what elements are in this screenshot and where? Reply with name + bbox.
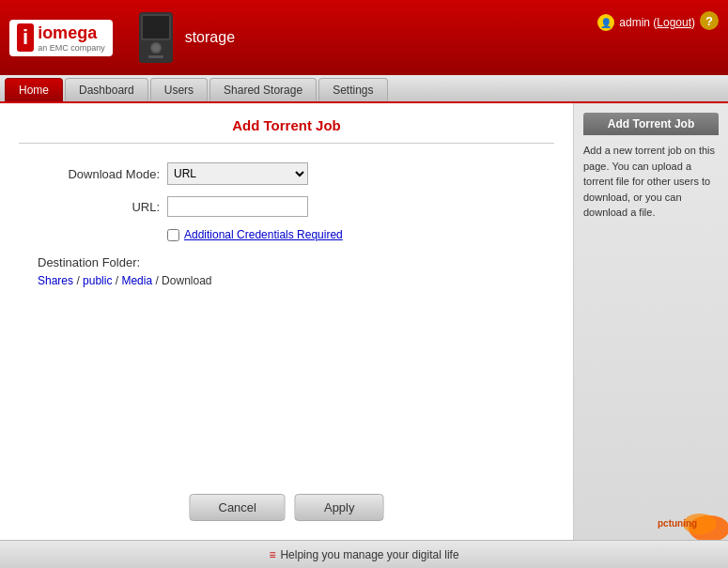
breadcrumb-shares[interactable]: Shares (38, 274, 73, 287)
logo-area: i iomega an EMC company (9, 20, 113, 56)
button-area: Cancel Apply (190, 494, 384, 521)
device-image (132, 10, 180, 65)
breadcrumb: Shares / public / Media / Download (38, 274, 554, 287)
cancel-button[interactable]: Cancel (190, 494, 286, 521)
help-panel-text: Add a new torrent job on this page. You … (583, 143, 719, 221)
breadcrumb-public[interactable]: public (83, 274, 112, 287)
watermark: pctuning (648, 500, 728, 540)
header: i iomega an EMC company storage 👤 admin … (0, 0, 728, 75)
logo-brand: iomega (38, 23, 97, 42)
nav-bar: Home Dashboard Users Shared Storage Sett… (0, 75, 728, 103)
user-text: admin (Logout) (619, 16, 695, 29)
right-panel: Add Torrent Job Add a new torrent job on… (573, 103, 728, 540)
user-area: 👤 admin (Logout) (597, 14, 695, 31)
page-title: Add Torrent Job (19, 117, 554, 133)
main-content: Add Torrent Job Download Mode: URL File … (0, 103, 728, 540)
device-name: storage (185, 29, 235, 46)
logo-sub: an EMC company (38, 43, 105, 53)
download-mode-select[interactable]: URL File Upload (167, 162, 308, 185)
user-icon: 👤 (597, 14, 614, 31)
credentials-checkbox[interactable] (167, 229, 179, 241)
url-row: URL: (38, 196, 535, 217)
url-input[interactable] (167, 196, 308, 217)
apply-button[interactable]: Apply (295, 494, 384, 521)
credentials-row: Additional Credentials Required (167, 228, 535, 241)
tab-dashboard[interactable]: Dashboard (65, 78, 148, 101)
svg-rect-2 (143, 16, 169, 38)
url-label: URL: (38, 200, 160, 214)
download-mode-row: Download Mode: URL File Upload (38, 162, 535, 185)
breadcrumb-media[interactable]: Media (121, 274, 152, 287)
svg-rect-5 (148, 55, 163, 58)
divider (19, 143, 554, 144)
help-panel-title: Add Torrent Job (583, 113, 719, 135)
tab-home[interactable]: Home (5, 78, 63, 101)
logo-i-letter: i (17, 23, 34, 52)
form-area: Download Mode: URL File Upload URL: Addi… (19, 162, 554, 241)
logout-link[interactable]: Logout (657, 16, 691, 29)
footer: ≡ Helping you manage your digital life (0, 540, 728, 568)
logo-box: i iomega an EMC company (9, 20, 113, 56)
footer-text: Helping you manage your digital life (280, 548, 458, 561)
breadcrumb-download: / Download (155, 274, 211, 287)
logo-text: iomega an EMC company (38, 23, 105, 53)
svg-point-4 (152, 44, 160, 52)
tab-settings[interactable]: Settings (318, 78, 387, 101)
tab-shared-storage[interactable]: Shared Storage (209, 78, 317, 101)
help-button[interactable]: ? (700, 11, 719, 30)
left-panel: Add Torrent Job Download Mode: URL File … (0, 103, 573, 540)
svg-text:pctuning: pctuning (658, 518, 697, 529)
tab-users[interactable]: Users (150, 78, 208, 101)
footer-icon: ≡ (269, 548, 275, 561)
destination-label: Destination Folder: (38, 255, 554, 269)
download-mode-label: Download Mode: (38, 167, 160, 181)
credentials-label[interactable]: Additional Credentials Required (184, 228, 343, 241)
